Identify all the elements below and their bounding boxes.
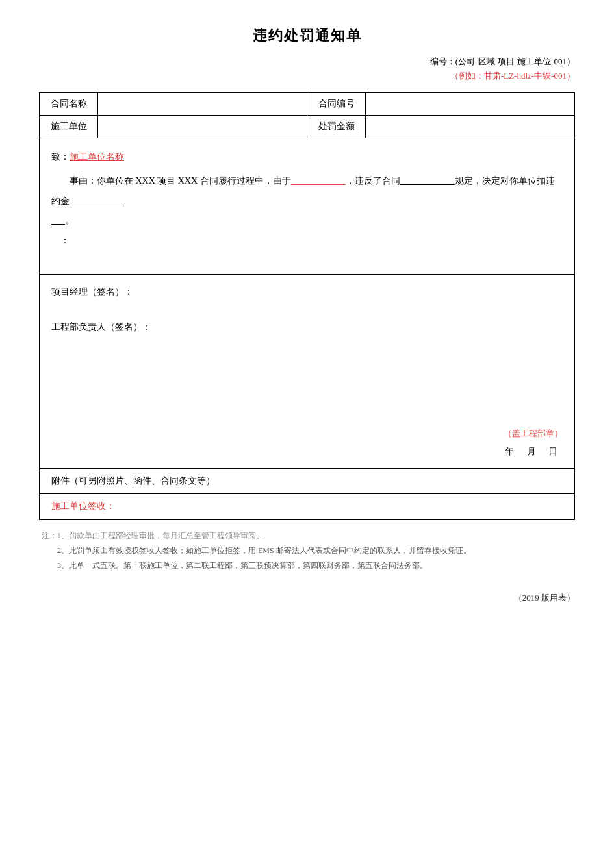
note-line1: 注：1、罚款单由工程部经理审批，每月汇总至管工程领导审阅。 xyxy=(42,529,572,543)
matter-middle: ，违反了合同 xyxy=(346,176,400,186)
contract-name-label: 合同名称 xyxy=(40,93,98,116)
construction-unit-value[interactable] xyxy=(98,116,307,138)
contract-name-value[interactable] xyxy=(98,93,307,116)
date-area: 年 月 日 xyxy=(51,446,563,458)
doc-example: （例如：甘肃-LZ-hdlz-中铁-001） xyxy=(39,70,575,82)
matter-end: 。 xyxy=(65,216,74,225)
to-line: 致：施工单位名称 xyxy=(51,147,563,167)
header-table: 合同名称 合同编号 施工单位 处罚金额 xyxy=(39,92,575,138)
note-line3: 3、此单一式五联。第一联施工单位，第二联工程部，第三联预决算部，第四联财务部，第… xyxy=(42,558,572,573)
matter-blank4[interactable] xyxy=(51,216,65,225)
signature-section: 项目经理（签名）： 工程部负责人（签名）： （盖工程部章） 年 月 日 xyxy=(39,275,575,469)
page-title: 违约处罚通知单 xyxy=(39,26,575,45)
penalty-amount-value[interactable] xyxy=(366,116,575,138)
stamp-area: （盖工程部章） xyxy=(51,428,563,440)
to-prefix: 致： xyxy=(51,152,70,162)
contract-number-value[interactable] xyxy=(366,93,575,116)
doc-code: 编号：(公司-区域-项目-施工单位-001） xyxy=(39,56,575,68)
matter-prefix: 事由：你单位在 XXX 项目 XXX 合同履行过程中，由于 xyxy=(70,176,291,186)
engineering-head-sig: 工程部负责人（签名）： xyxy=(51,321,563,333)
construction-unit-label: 施工单位 xyxy=(40,116,98,138)
attachment-section: 附件（可另附照片、函件、合同条文等） xyxy=(39,469,575,494)
matter-line: 事由：你单位在 XXX 项目 XXX 合同履行过程中，由于 ，违反了合同 规定，… xyxy=(51,171,563,212)
matter-end-line: 。 xyxy=(51,211,563,231)
colon-line: ： xyxy=(51,231,563,251)
matter-blank1[interactable] xyxy=(291,176,346,186)
penalty-amount-label: 处罚金额 xyxy=(307,116,366,138)
matter-blank2[interactable] xyxy=(400,176,455,186)
project-manager-sig: 项目经理（签名）： xyxy=(51,286,563,298)
version-line: （2019 版用表） xyxy=(39,592,575,604)
matter-blank3[interactable] xyxy=(70,196,124,206)
contract-number-label: 合同编号 xyxy=(307,93,366,116)
notes-section: 注：1、罚款单由工程部经理审批，每月汇总至管工程领导审阅。 2、此罚单须由有效授… xyxy=(39,529,575,573)
content-section: 致：施工单位名称 事由：你单位在 XXX 项目 XXX 合同履行过程中，由于 ，… xyxy=(39,138,575,275)
to-unit: 施工单位名称 xyxy=(70,152,124,162)
receipt-section: 施工单位签收： xyxy=(39,494,575,520)
note-line2: 2、此罚单须由有效授权签收人签收；如施工单位拒签，用 EMS 邮寄法人代表或合同… xyxy=(42,543,572,558)
